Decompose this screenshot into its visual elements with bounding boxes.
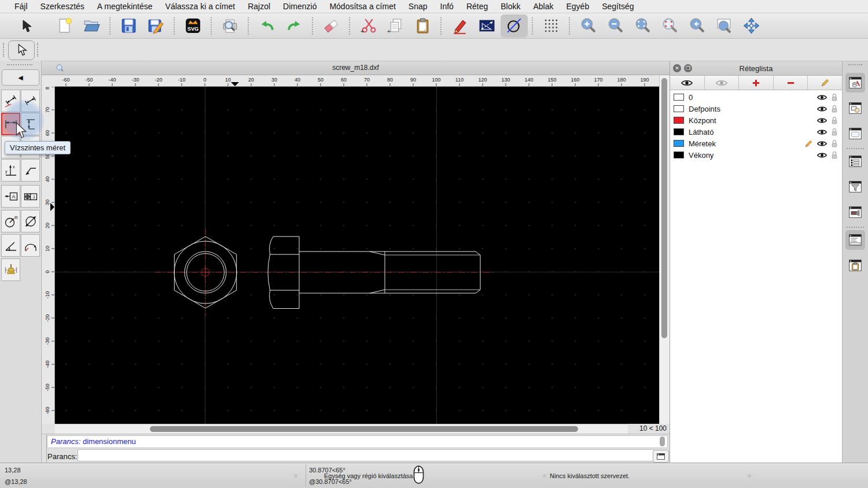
menu-block[interactable]: Blokk: [494, 2, 527, 11]
eye-icon[interactable]: [817, 129, 827, 135]
menu-layer[interactable]: Réteg: [460, 2, 494, 11]
draft-mode-button[interactable]: [501, 14, 528, 38]
rail-handle[interactable]: [848, 64, 862, 65]
vertical-scrollbar-thumb[interactable]: [661, 78, 667, 338]
command-dock-handle[interactable]: [42, 434, 47, 463]
horizontal-scrollbar[interactable]: [55, 424, 628, 434]
new-document-button[interactable]: [51, 14, 78, 38]
menu-dimension[interactable]: Dimenzió: [277, 2, 323, 11]
layer-color-swatch[interactable]: [674, 140, 684, 147]
zoom-pan-button[interactable]: [738, 14, 765, 38]
toolbar-selection-arrow-button[interactable]: [15, 17, 37, 36]
tool-aligned-dimension[interactable]: [1, 90, 20, 112]
vertical-scrollbar[interactable]: [659, 75, 670, 424]
tool-text-leader[interactable]: A: [1, 185, 20, 208]
show-all-layers-button[interactable]: [670, 76, 705, 90]
panel-handle[interactable]: [7, 64, 32, 65]
eye-icon[interactable]: [817, 117, 827, 124]
lock-icon[interactable]: [831, 128, 838, 136]
eye-icon[interactable]: [817, 94, 827, 101]
tool-leader[interactable]: [21, 159, 40, 182]
zoom-auto-button[interactable]: [629, 14, 656, 38]
layer-color-swatch[interactable]: [674, 151, 684, 158]
paste-button[interactable]: [409, 14, 436, 38]
lock-icon[interactable]: [831, 151, 838, 160]
drawing-canvas[interactable]: [55, 87, 659, 424]
command-history-scrollbar-thumb[interactable]: [660, 437, 665, 446]
lock-icon[interactable]: [831, 116, 838, 125]
undo-button[interactable]: [253, 14, 281, 38]
layer-color-swatch[interactable]: [674, 117, 684, 124]
menu-edit[interactable]: Szerkesztés: [34, 2, 91, 11]
clipboard-dock-button[interactable]: [845, 256, 865, 275]
zoom-out-button[interactable]: [602, 14, 629, 38]
command-window-dock-button[interactable]: [845, 230, 865, 250]
tool-regenerate-dimensions[interactable]: [1, 258, 20, 281]
lock-icon[interactable]: [831, 93, 838, 102]
zoom-selection-button[interactable]: [656, 14, 683, 38]
tool-arc-dimension[interactable]: [21, 234, 40, 257]
menu-draw[interactable]: Rajzol: [241, 2, 277, 11]
edit-layer-button[interactable]: [808, 76, 842, 90]
toolbar-handle[interactable]: [37, 43, 38, 57]
horizontal-scrollbar-thumb[interactable]: [150, 426, 578, 432]
grid-toggle-button[interactable]: [538, 14, 565, 38]
save-as-button[interactable]: [142, 14, 170, 38]
menu-select[interactable]: Válassza ki a címet: [159, 2, 242, 11]
menu-view[interactable]: A megtekintése: [91, 2, 159, 11]
redo-button[interactable]: [281, 14, 308, 38]
layer-row[interactable]: Központ: [670, 114, 842, 126]
command-input[interactable]: [78, 449, 654, 461]
menu-help[interactable]: Segítség: [595, 2, 640, 11]
zoom-in-button[interactable]: [575, 14, 602, 38]
block-list-dock-button[interactable]: [845, 98, 865, 118]
command-window-detach-button[interactable]: [653, 450, 669, 463]
lock-icon[interactable]: [831, 105, 838, 113]
edit-attributes-button[interactable]: [446, 14, 473, 38]
layer-color-swatch[interactable]: [674, 94, 684, 101]
export-svg-button[interactable]: SVG: [179, 14, 207, 38]
eye-icon[interactable]: [817, 141, 827, 147]
menu-file[interactable]: Fájl: [8, 2, 34, 11]
menu-other[interactable]: Egyéb: [560, 2, 596, 11]
layer-row[interactable]: Defpoints: [670, 103, 842, 114]
selection-tool-button[interactable]: [8, 40, 35, 60]
layer-row[interactable]: Vékony: [670, 149, 842, 161]
pencil-icon[interactable]: [804, 139, 813, 148]
layer-color-swatch[interactable]: [674, 105, 684, 112]
cut-button[interactable]: +: [355, 14, 382, 38]
add-layer-button[interactable]: [739, 76, 774, 90]
layer-row[interactable]: 0: [670, 91, 842, 103]
open-file-button[interactable]: [78, 14, 105, 38]
menu-snap[interactable]: Snap: [402, 2, 434, 11]
eye-icon[interactable]: [817, 106, 827, 112]
tool-radial-dimension[interactable]: R: [1, 210, 20, 232]
tool-angular-dimension[interactable]: [1, 234, 20, 257]
remove-layer-button[interactable]: [774, 76, 808, 90]
tool-ordinate-dimension[interactable]: xy: [1, 159, 20, 182]
copy-button[interactable]: +: [382, 14, 409, 38]
document-titlebar[interactable]: screw_m18.dxf: [42, 61, 670, 75]
delete-entities-button[interactable]: [318, 14, 345, 38]
layer-list-dock-button[interactable]: [845, 73, 865, 93]
filter-dock-button[interactable]: [845, 177, 865, 197]
layer-row[interactable]: Méretek: [670, 138, 842, 149]
zoom-previous-button[interactable]: [683, 14, 711, 38]
toolbar-handle[interactable]: [3, 43, 4, 57]
entity-list-dock-button[interactable]: [845, 151, 865, 171]
print-preview-button[interactable]: [216, 14, 244, 38]
tool-horizontal-dimension[interactable]: [1, 113, 20, 135]
tool-tolerance[interactable]: .1: [21, 185, 40, 208]
menu-info[interactable]: Infó: [434, 2, 460, 11]
measure-distance-button[interactable]: [473, 14, 501, 38]
library-browser-dock-button[interactable]: [845, 124, 865, 143]
hide-all-layers-button[interactable]: [705, 76, 740, 90]
menu-modify[interactable]: Módosítsa a címet: [323, 2, 402, 11]
tool-linear-dimension[interactable]: [21, 90, 40, 112]
lock-icon[interactable]: [831, 139, 838, 148]
zoom-window-button[interactable]: [711, 14, 738, 38]
tool-vertical-dimension[interactable]: [21, 113, 40, 135]
menu-window[interactable]: Ablak: [527, 2, 560, 11]
save-button[interactable]: [115, 14, 142, 38]
named-views-dock-button[interactable]: [845, 202, 865, 222]
